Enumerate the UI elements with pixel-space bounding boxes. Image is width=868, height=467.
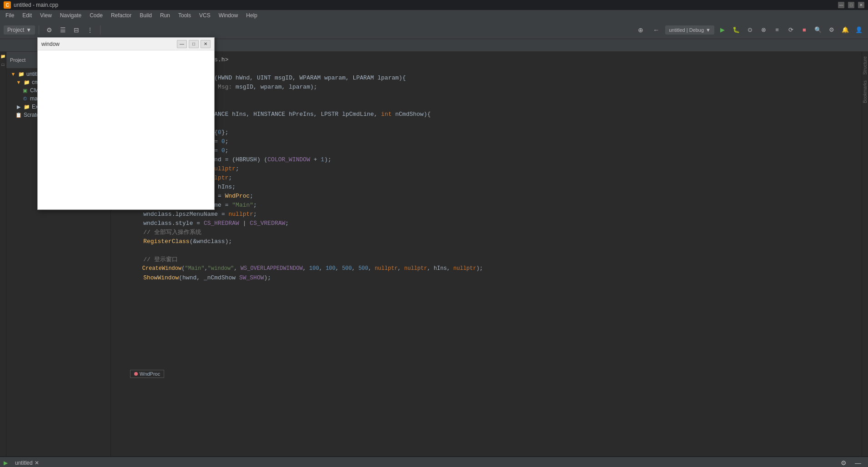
- win-maximize-btn[interactable]: □: [189, 40, 199, 48]
- bookmarks-label[interactable]: Bookmarks: [863, 78, 868, 106]
- floating-window-controls: — □ ✕: [177, 40, 211, 48]
- floating-window-content: [38, 50, 214, 209]
- toolbar-nav-btn[interactable]: ←: [650, 24, 662, 36]
- chevron-icon-2: ▼: [15, 79, 22, 85]
- wndproc-label: WndProc: [140, 371, 160, 377]
- toolbar-separator: [39, 25, 39, 35]
- ext-folder-icon: 📁: [24, 104, 30, 110]
- left-icon-strip: 📁 🗂: [0, 52, 6, 456]
- menu-tools[interactable]: Tools: [175, 11, 195, 20]
- title-bar-left: C untitled - main.cpp: [4, 1, 58, 9]
- structure-label[interactable]: Structure: [863, 54, 868, 78]
- debug-button[interactable]: 🐛: [731, 25, 742, 35]
- cmake-folder-icon: 📁: [24, 79, 30, 85]
- bottom-minimize-btn[interactable]: —: [852, 457, 864, 467]
- code-line: // 全部写入操作系统: [111, 228, 862, 237]
- title-bar-title: untitled - main.cpp: [14, 2, 58, 8]
- toolbar-bookmark-btn[interactable]: ⊕: [634, 24, 647, 36]
- refresh-btn[interactable]: ⟳: [785, 25, 796, 35]
- menu-window[interactable]: Window: [215, 11, 242, 20]
- title-bar-controls: — □ ✕: [838, 2, 864, 8]
- toolbar-separator-2: [100, 25, 100, 35]
- notifications-btn[interactable]: 🔔: [840, 25, 851, 35]
- code-line: }: [111, 92, 862, 101]
- project-icon[interactable]: 📁: [0, 54, 6, 59]
- chevron-icon: ▼: [10, 71, 16, 77]
- debug-config-button[interactable]: untitled | Debug ▼: [665, 25, 714, 35]
- menu-file[interactable]: File: [2, 11, 18, 20]
- code-line: wndclass.hCursor = nullptr;: [111, 164, 862, 174]
- wndproc-dot: [134, 372, 138, 376]
- code-line: wndclass.hInstance = hIns;: [111, 183, 862, 192]
- sidebar-header-label: Project: [10, 57, 25, 63]
- menu-vcs[interactable]: VCS: [196, 11, 214, 20]
- win-close-btn[interactable]: ✕: [201, 40, 211, 48]
- floating-window-title: window: [41, 41, 60, 47]
- menu-help[interactable]: Help: [242, 11, 261, 20]
- profile-button[interactable]: ⊗: [758, 25, 769, 35]
- menu-build[interactable]: Build: [136, 11, 156, 20]
- code-line: LRESULT CALLBACK WndProc(HWND hWnd, UINT…: [111, 74, 862, 83]
- folder-icon: 📁: [18, 71, 25, 77]
- title-bar: C untitled - main.cpp — □ ✕: [0, 0, 868, 10]
- search-everywhere-btn[interactable]: 🔍: [813, 25, 823, 35]
- close-button[interactable]: ✕: [858, 2, 864, 8]
- menu-navigate[interactable]: Navigate: [56, 11, 85, 20]
- toolbar-options-btn[interactable]: ⋮: [84, 24, 96, 36]
- editor-wrapper: #include <windows.h> LRESULT CALLBACK Wn…: [111, 52, 868, 456]
- floating-win32-window: window — □ ✕: [37, 37, 215, 210]
- run-tab-label[interactable]: untitled ✕: [11, 458, 43, 467]
- settings-btn[interactable]: ⚙: [826, 25, 837, 35]
- user-btn[interactable]: 👤: [853, 25, 864, 35]
- code-line: [111, 119, 862, 128]
- code-editor[interactable]: #include <windows.h> LRESULT CALLBACK Wn…: [111, 52, 862, 456]
- code-line: wndclass.cbWndExtra = 0;: [111, 146, 862, 155]
- structure-icon[interactable]: 🗂: [0, 62, 6, 67]
- coverage-button[interactable]: ⊙: [744, 25, 755, 35]
- toolbar-section-build: ⚙ ☰ ⊟ ⋮: [43, 24, 96, 36]
- run-tab-icon: ▶: [4, 460, 8, 466]
- project-selector[interactable]: Project ▼: [4, 25, 35, 35]
- code-line: ShowWindow(hwnd, _nCmdShow SW_SHOW);: [111, 273, 862, 283]
- wndproc-tag[interactable]: WndProc: [130, 370, 164, 378]
- floating-window-titlebar[interactable]: window — □ ✕: [38, 38, 214, 50]
- cpp-file-icon: ©: [22, 96, 28, 101]
- chevron-down-icon-2: ▼: [706, 27, 711, 33]
- code-line: RegisterClass(&wndclass);: [111, 237, 862, 246]
- code-line: CreateWindow("Main","window", WS_OVERLAP…: [111, 264, 862, 273]
- app-icon: C: [4, 1, 11, 9]
- debug-toolbar: ⊕ ← untitled | Debug ▼ ▶ 🐛 ⊙ ⊗ ≡ ⟳ ■ 🔍 ⚙…: [634, 24, 864, 36]
- chevron-icon-3: ▶: [15, 104, 22, 110]
- code-line: // 登示窗口: [111, 255, 862, 264]
- win-minimize-btn[interactable]: —: [177, 40, 187, 48]
- project-label: Project: [7, 27, 24, 33]
- stop-button[interactable]: ■: [799, 25, 810, 35]
- maximize-button[interactable]: □: [848, 2, 854, 8]
- menu-refactor[interactable]: Refactor: [107, 11, 135, 20]
- right-vertical: Structure Bookmarks: [862, 52, 868, 456]
- menu-edit[interactable]: Edit: [19, 11, 35, 20]
- toolbar-list-btn[interactable]: ☰: [56, 24, 69, 36]
- code-line: wndclass.hbrBackground = (HBRUSH) (COLOR…: [111, 155, 862, 164]
- code-line: wndclass.style = CS_HREDRAW | CS_VREDRAW…: [111, 219, 862, 228]
- code-line: wndclass.cbClsExtra = 0;: [111, 137, 862, 146]
- run-button[interactable]: ▶: [717, 25, 728, 35]
- run-tab-close[interactable]: ✕: [35, 460, 39, 466]
- cmake-file-icon: ▣: [22, 88, 28, 94]
- code-line: [111, 101, 862, 110]
- code-line: wndclass.hIcon = nullptr;: [111, 174, 862, 183]
- bottom-settings-btn[interactable]: ⚙: [837, 457, 850, 467]
- code-line: int WINAPI WinMain(HINSTANCE hIns, HINST…: [111, 110, 862, 119]
- menu-view[interactable]: View: [36, 11, 55, 20]
- toolbar-filter-btn[interactable]: ⊟: [70, 24, 83, 36]
- menu-run[interactable]: Run: [156, 11, 174, 20]
- minimize-button[interactable]: —: [838, 2, 844, 8]
- menu-code[interactable]: Code: [86, 11, 106, 20]
- more-debug-btn[interactable]: ≡: [772, 25, 783, 35]
- menu-bar: File Edit View Navigate Code Refactor Bu…: [0, 10, 868, 21]
- toolbar-settings-btn[interactable]: ⚙: [43, 24, 55, 36]
- debug-config-label: untitled | Debug: [669, 27, 704, 33]
- code-line: wndclass.lpszClassName = "Main";: [111, 201, 862, 210]
- code-line: [111, 65, 862, 74]
- code-line: WNDCLASS wndclass = {0};: [111, 128, 862, 137]
